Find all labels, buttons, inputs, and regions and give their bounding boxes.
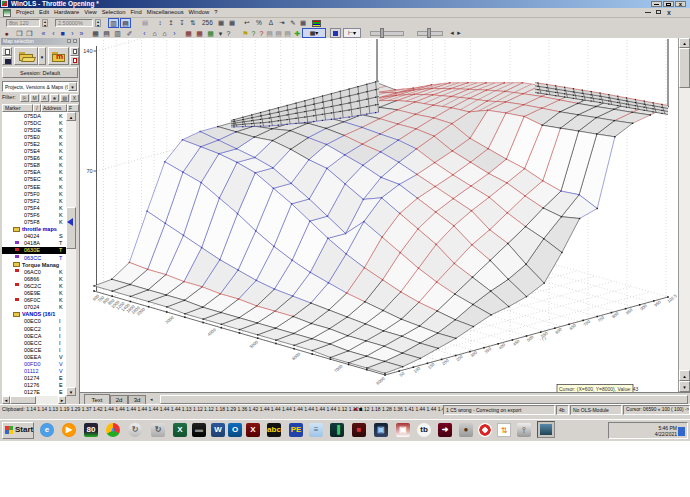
svg-text:3000: 3000 (164, 315, 175, 325)
svg-text:6000: 6000 (291, 351, 302, 361)
svg-text:70: 70 (86, 168, 92, 174)
svg-text:8000: 8000 (375, 376, 386, 386)
svg-text:140: 140 (83, 48, 92, 54)
svg-text:350: 350 (484, 346, 493, 355)
svg-text:102.5: 102.5 (666, 293, 678, 304)
svg-text:7000: 7000 (333, 363, 344, 373)
svg-text:250: 250 (455, 354, 464, 363)
svg-text:4000: 4000 (206, 327, 217, 337)
svg-text:5000: 5000 (249, 339, 260, 349)
